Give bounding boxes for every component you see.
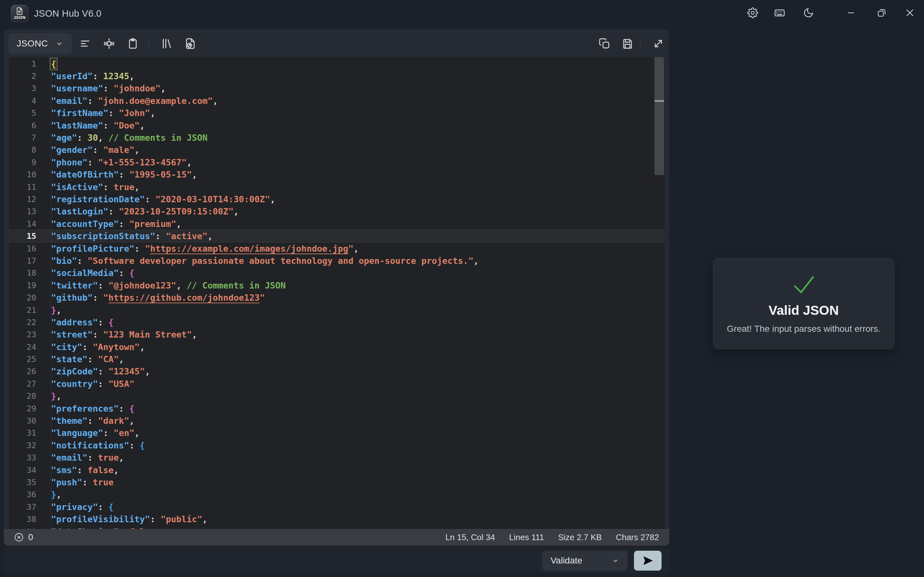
- keyboard-button[interactable]: [768, 0, 791, 26]
- token-s: "123 Main Street": [103, 330, 192, 340]
- token-p: ,: [213, 96, 218, 106]
- editor-panel: JSONC: [4, 29, 669, 546]
- token-p: ,: [208, 231, 213, 241]
- token-p: ,: [192, 169, 197, 179]
- token-k: "gender": [51, 145, 93, 155]
- line-number: 25: [9, 355, 36, 364]
- line-content: "firstName": "John",: [36, 107, 665, 119]
- code-line-37: 37 "privacy": {: [9, 501, 665, 513]
- error-counter: 0: [14, 532, 33, 542]
- line-content: {: [36, 58, 665, 70]
- line-content: "subscriptionStatus": "active",: [36, 230, 665, 242]
- code-line-16: 16 "profilePicture": "https://example.co…: [9, 242, 665, 255]
- code-line-32: 32 "notifications": {: [9, 439, 665, 451]
- code-line-1: 1{: [9, 58, 665, 70]
- token-s: ": [260, 293, 265, 303]
- line-content: "registrationDate": "2020-03-10T14:30:00…: [36, 193, 665, 205]
- copy-button[interactable]: [594, 33, 615, 55]
- token-p: :: [103, 83, 114, 93]
- token-s: "12345": [108, 366, 145, 376]
- token-p: ,: [129, 416, 134, 426]
- run-action-button[interactable]: [634, 551, 662, 571]
- close-button[interactable]: [898, 0, 921, 26]
- token-s: "premium": [129, 219, 176, 229]
- line-number: 16: [9, 244, 36, 253]
- action-selector[interactable]: Validate: [542, 551, 628, 571]
- token-s: "2020-03-10T14:30:00Z": [155, 194, 270, 204]
- token-b3: }: [51, 490, 56, 500]
- line-content: "phone": "+1-555-123-4567",: [36, 156, 665, 168]
- line-number: 1: [9, 59, 36, 69]
- line-number: 38: [9, 514, 36, 524]
- code-line-2: 2 "userId": 12345,: [9, 70, 665, 82]
- dark-mode-icon: [803, 7, 814, 18]
- token-k: "email": [51, 96, 87, 106]
- chevron-down-icon: [612, 557, 619, 564]
- token-p: :: [93, 330, 103, 340]
- dark-mode-button[interactable]: [797, 0, 820, 26]
- code-lines: 1{2 "userId": 12345,3 "username": "johnd…: [9, 58, 665, 538]
- expand-button[interactable]: [648, 33, 669, 55]
- line-number: 31: [9, 428, 36, 438]
- language-selector[interactable]: JSONC: [8, 33, 72, 54]
- token-k: "sms": [51, 465, 77, 475]
- token-k: "subscriptionStatus": [51, 231, 155, 241]
- scrollbar-thumb[interactable]: [654, 57, 664, 175]
- line-number: 20: [9, 293, 36, 302]
- indent-guide: [61, 513, 62, 525]
- code-line-17: 17 "bio": "Software developer passionate…: [9, 255, 665, 267]
- toolbar-divider: [640, 37, 641, 50]
- code-line-26: 26 "zipCode": "12345",: [9, 366, 665, 378]
- line-content: "email": "john.doe@example.com",: [36, 95, 665, 107]
- code-line-19: 19 "twitter": "@johndoe123", // Comments…: [9, 279, 665, 292]
- save-button[interactable]: [617, 33, 638, 55]
- code-line-9: 9 "phone": "+1-555-123-4567",: [9, 156, 665, 168]
- cursor-position: Ln 15, Col 34: [445, 532, 495, 542]
- export-file-button[interactable]: [180, 33, 201, 55]
- copy-icon: [599, 38, 610, 49]
- token-p: :: [87, 453, 98, 463]
- token-p: ,: [192, 330, 197, 340]
- token-k: "profilePicture": [51, 243, 134, 253]
- token-k: "profileVisibility": [51, 514, 150, 524]
- token-k: "bio": [51, 256, 77, 266]
- token-p: :: [77, 133, 87, 143]
- token-s: "John": [119, 108, 150, 118]
- token-u: https://example.com/images/johndoe.jpg: [150, 243, 349, 253]
- indent-guide: [61, 353, 62, 365]
- indent-guide: [72, 464, 72, 476]
- export-file-icon: [184, 37, 197, 50]
- token-s: "johndoe": [113, 83, 160, 93]
- line-content: },: [36, 488, 665, 501]
- settings-button[interactable]: [741, 0, 764, 26]
- line-content: "accountType": "premium",: [36, 218, 665, 230]
- line-content: "privacy": {: [36, 501, 665, 513]
- token-s: "Anytown": [93, 342, 140, 352]
- token-p: :: [82, 477, 93, 487]
- code-line-7: 7 "age": 30, // Comments in JSON: [9, 131, 665, 143]
- code-line-24: 24 "city": "Anytown",: [9, 341, 665, 353]
- code-editor[interactable]: 1{2 "userId": 12345,3 "username": "johnd…: [9, 57, 665, 559]
- token-k: "lastName": [51, 121, 103, 131]
- line-number: 4: [9, 96, 36, 105]
- library-icon: [161, 37, 173, 50]
- line-number: 36: [9, 490, 36, 499]
- indent-guide: [61, 452, 62, 464]
- line-number: 7: [9, 133, 36, 142]
- minimize-button[interactable]: [840, 0, 863, 26]
- token-b2: {: [129, 404, 134, 414]
- title-bar: JSON JSON Hub V6.0: [0, 0, 924, 27]
- code-line-12: 12 "registrationDate": "2020-03-10T14:30…: [9, 193, 665, 205]
- format-button[interactable]: [75, 33, 95, 55]
- library-button[interactable]: [157, 33, 177, 55]
- token-b2: {: [108, 318, 113, 327]
- code-line-13: 13 "lastLogin": "2023-10-25T09:15:00Z",: [9, 205, 665, 218]
- token-p: :: [77, 465, 87, 475]
- paste-button[interactable]: [123, 33, 143, 55]
- token-k: "dateOfBirth": [51, 169, 119, 179]
- status-bar: 0 Ln 15, Col 34 Lines 111 Size 2.7 KB Ch…: [4, 529, 669, 546]
- minify-button[interactable]: [99, 33, 120, 55]
- maximize-button[interactable]: [870, 0, 893, 26]
- line-content: "age": 30, // Comments in JSON: [36, 131, 665, 143]
- token-p: ,: [113, 465, 119, 475]
